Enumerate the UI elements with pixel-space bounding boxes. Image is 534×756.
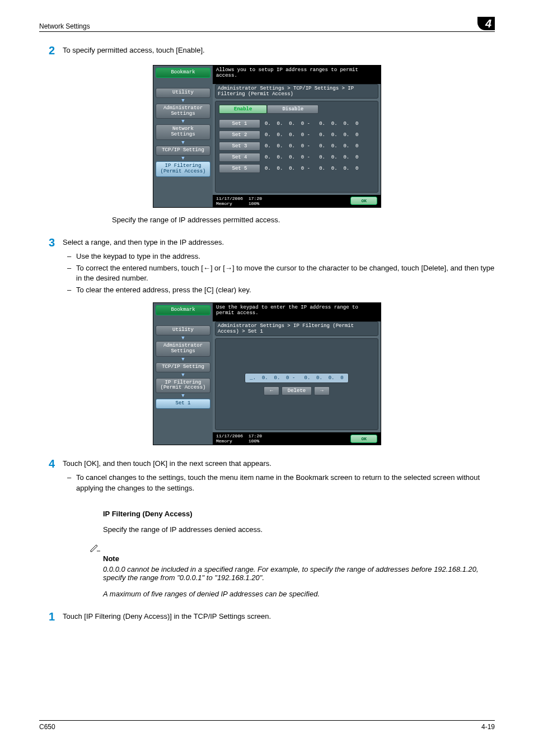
ok-button[interactable]: OK: [350, 435, 377, 443]
svg-point-1: [98, 550, 99, 552]
side-tcpip-setting[interactable]: TCP/IP Setting: [156, 362, 210, 372]
arrow-down-icon: ▼: [156, 99, 210, 102]
bullet: Use the keypad to type in the address.: [63, 251, 495, 262]
side-admin-settings[interactable]: Administrator Settings: [156, 341, 210, 357]
screen-date: 11/17/2006: [216, 196, 243, 201]
cursor-right-button[interactable]: →: [314, 386, 329, 395]
arrow-down-icon: ▼: [156, 141, 210, 144]
arrow-down-icon: ▼: [156, 358, 210, 361]
bookmark-button[interactable]: Bookmark: [156, 68, 210, 78]
screen-time: 17:20: [249, 433, 262, 438]
step-4: 4 Touch [OK], and then touch [OK] in the…: [39, 459, 495, 495]
cursor-left-button[interactable]: ←: [264, 386, 279, 395]
set-2-button[interactable]: Set 2: [219, 130, 260, 139]
screen-memory-label: Memory: [216, 438, 232, 444]
bullet: To cancel changes to the settings, touch…: [63, 473, 495, 494]
ip-range-5: 0. 0. 0. 0 - 0. 0. 0. 0: [265, 166, 358, 171]
step-2: 2 To specify permitted access, touch [En…: [39, 45, 495, 59]
side-utility[interactable]: Utility: [156, 88, 210, 98]
bullet: To clear the entered address, press the …: [63, 285, 495, 296]
arrow-down-icon: ▼: [156, 374, 210, 377]
step-1b: 1 Touch [IP Filtering (Deny Access)] in …: [39, 612, 495, 626]
note-text: 0.0.0.0 cannot be included in a specifie…: [103, 565, 495, 582]
disable-button[interactable]: Disable: [267, 105, 318, 114]
step-text: Touch [OK], and then touch [OK] in the n…: [63, 459, 495, 469]
arrow-down-icon: ▼: [156, 337, 210, 340]
step-number: 1: [39, 612, 63, 622]
set-5-button[interactable]: Set 5: [219, 164, 260, 173]
step-number: 3: [39, 237, 63, 248]
device-screenshot-1: Bookmark Utility ▼ Administrator Setting…: [153, 65, 381, 208]
svg-point-0: [97, 550, 98, 552]
footer-left: C650: [39, 723, 55, 731]
chapter-badge: 4: [477, 17, 495, 30]
breadcrumb: Administrator Settings > IP Filtering (P…: [215, 321, 378, 336]
step-2-caption: Specify the range of IP addresses permit…: [112, 216, 495, 224]
arrow-down-icon: ▼: [156, 394, 210, 398]
screen-message: Allows you to setup IP address ranges to…: [213, 66, 381, 84]
ok-button[interactable]: OK: [350, 197, 377, 205]
step-number: 2: [39, 45, 63, 55]
side-tcpip-setting[interactable]: TCP/IP Setting: [156, 146, 210, 156]
arrow-down-icon: ▼: [156, 157, 210, 160]
side-admin-settings[interactable]: Administrator Settings: [156, 104, 210, 119]
step-text: Select a range, and then type in the IP …: [63, 237, 495, 248]
set-3-button[interactable]: Set 3: [219, 142, 260, 151]
screen-memory-label: Memory: [216, 201, 232, 206]
side-utility[interactable]: Utility: [156, 325, 210, 335]
footer-right: 4-19: [481, 723, 495, 731]
screen-memory-value: 100%: [249, 201, 259, 206]
svg-point-2: [99, 550, 100, 552]
note-icon: [90, 543, 101, 554]
side-network-settings[interactable]: Network Settings: [156, 124, 210, 140]
screen-time: 17:20: [249, 196, 262, 201]
bullet: To correct the entered numbers, touch [←…: [63, 263, 495, 284]
step-3: 3 Select a range, and then type in the I…: [39, 237, 495, 297]
note-text: A maximum of five ranges of denied IP ad…: [103, 590, 495, 598]
ip-input[interactable]: _. 0. 0. 0 - 0. 0. 0. 0: [245, 373, 348, 383]
header-title: Network Settings: [39, 22, 90, 30]
note-heading: Note: [103, 554, 495, 563]
ip-range-1: 0. 0. 0. 0 - 0. 0. 0. 0: [265, 121, 358, 127]
screen-date: 11/17/2006: [216, 433, 243, 438]
page-footer: C650 4-19: [39, 720, 495, 731]
delete-button[interactable]: Delete: [282, 386, 312, 395]
set-1-button[interactable]: Set 1: [219, 119, 260, 128]
enable-button[interactable]: Enable: [219, 105, 267, 114]
screen-memory-value: 100%: [249, 438, 259, 444]
side-ip-filtering[interactable]: IP Filtering (Permit Access): [156, 378, 210, 394]
section-body: Specify the range of IP addresses denied…: [103, 525, 495, 534]
arrow-down-icon: ▼: [156, 120, 210, 123]
step-text: Touch [IP Filtering (Deny Access)] in th…: [63, 612, 495, 622]
side-ip-filtering[interactable]: IP Filtering (Permit Access): [156, 161, 210, 177]
bookmark-button[interactable]: Bookmark: [156, 305, 210, 315]
screen-message: Use the keypad to enter the IP address r…: [213, 303, 381, 321]
ip-range-4: 0. 0. 0. 0 - 0. 0. 0. 0: [265, 155, 358, 160]
step-text: To specify permitted access, touch [Enab…: [63, 45, 495, 56]
section-heading: IP Filtering (Deny Access): [103, 510, 495, 518]
side-set-1[interactable]: Set 1: [156, 399, 210, 409]
ip-range-2: 0. 0. 0. 0 - 0. 0. 0. 0: [265, 132, 358, 138]
step-number: 4: [39, 459, 63, 469]
page-header: Network Settings 4: [39, 17, 495, 32]
note-block: Note 0.0.0.0 cannot be included in a spe…: [103, 543, 495, 598]
device-screenshot-2: Bookmark Utility ▼ Administrator Setting…: [153, 302, 381, 445]
breadcrumb: Administrator Settings > TCP/IP Settings…: [215, 84, 378, 99]
set-4-button[interactable]: Set 4: [219, 153, 260, 162]
ip-range-3: 0. 0. 0. 0 - 0. 0. 0. 0: [265, 143, 358, 149]
